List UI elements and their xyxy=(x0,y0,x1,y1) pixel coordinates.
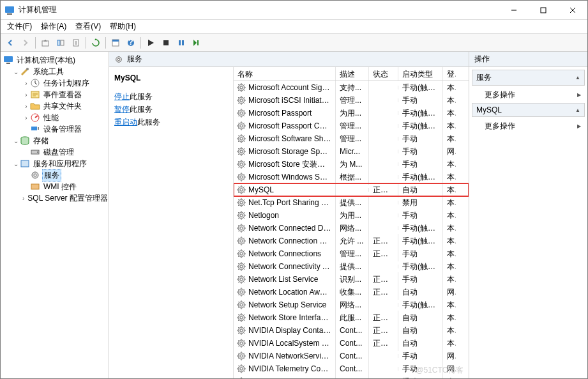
service-status: 正在... xyxy=(369,183,398,197)
svg-rect-1 xyxy=(7,13,12,15)
properties-icon[interactable] xyxy=(109,36,123,50)
col-logon[interactable]: 登 xyxy=(443,67,456,81)
export-icon[interactable] xyxy=(69,36,83,50)
expand-icon[interactable]: › xyxy=(22,114,30,121)
service-row[interactable]: Network List Service识别...正在...手动本 xyxy=(234,273,469,286)
service-icon xyxy=(236,108,246,118)
service-row[interactable]: Microsoft Store 安装服务为 M...手动本 xyxy=(234,158,469,171)
expand-icon[interactable]: › xyxy=(22,103,30,110)
clock-icon xyxy=(30,78,40,88)
tree-systools[interactable]: ⌄ 系统工具 xyxy=(1,66,109,77)
svg-point-37 xyxy=(240,86,243,89)
close-button[interactable] xyxy=(558,1,587,20)
menu-action[interactable]: 操作(A) xyxy=(37,20,70,33)
help-icon[interactable]: ? xyxy=(124,36,138,50)
expand-icon[interactable]: › xyxy=(22,91,30,98)
service-row[interactable]: Microsoft Passport为用...手动(触发...本 xyxy=(234,107,469,120)
svg-rect-32 xyxy=(31,184,39,189)
stop-service-icon[interactable] xyxy=(159,36,173,50)
actions-section-services[interactable]: 服务 ▲ xyxy=(472,70,585,86)
svg-point-35 xyxy=(117,58,120,61)
actions-more-services[interactable]: 更多操作 ▶ xyxy=(472,87,585,103)
list-rows[interactable]: Microsoft Account Sign-in...支持...手动(触发..… xyxy=(234,81,469,378)
stop-link[interactable]: 停止 xyxy=(114,92,130,101)
col-start[interactable]: 启动类型 xyxy=(398,67,443,81)
svg-rect-16 xyxy=(182,40,184,45)
pause-link[interactable]: 暂停 xyxy=(114,105,130,114)
tree-scheduler[interactable]: › 任务计划程序 xyxy=(1,77,109,89)
svg-rect-29 xyxy=(21,160,29,167)
menu-help[interactable]: 帮助(H) xyxy=(106,20,140,33)
service-row[interactable]: Net.Tcp Port Sharing Ser...提供...禁用本 xyxy=(234,196,469,209)
tree-perf[interactable]: › 性能 xyxy=(1,112,109,123)
tree-storage[interactable]: ⌄ 存储 xyxy=(1,135,109,146)
tree-eventviewer[interactable]: › 事件查看器 xyxy=(1,89,109,100)
service-name: Net.Tcp Port Sharing Ser... xyxy=(248,198,331,207)
service-icon xyxy=(236,95,246,105)
col-desc[interactable]: 描述 xyxy=(336,67,369,81)
collapse-icon[interactable]: ⌄ xyxy=(12,68,20,75)
service-row[interactable]: Network Setup Service网络...手动(触发...本 xyxy=(234,298,469,311)
service-row[interactable]: Microsoft Passport Cont...管理...手动(触发...本 xyxy=(234,120,469,132)
separator xyxy=(105,37,106,49)
service-row[interactable]: Microsoft Windows SMS ...根据...手动(触发...本 xyxy=(234,171,469,183)
service-row[interactable]: Office 64 Source EngineSave...手动本 xyxy=(234,375,469,378)
service-row[interactable]: Network Store Interface ...此服...正在...自动本 xyxy=(234,311,469,324)
forward-button[interactable] xyxy=(19,36,33,50)
service-desc: 此服... xyxy=(336,311,369,325)
svg-rect-8 xyxy=(61,40,64,45)
service-row[interactable]: Network Connectivity Ass...提供...手动(触发...… xyxy=(234,260,469,273)
refresh-icon[interactable] xyxy=(89,36,103,50)
service-row[interactable]: NVIDIA NetworkService ...Cont...手动网 xyxy=(234,350,469,362)
service-name: Netlogon xyxy=(248,211,279,220)
collapse-icon[interactable]: ⌄ xyxy=(12,137,20,144)
tree-servicesapps[interactable]: ⌄ 服务和应用程序 xyxy=(1,158,109,169)
service-name: Microsoft Passport Cont... xyxy=(248,121,331,130)
tree-sqlconfig[interactable]: › SQL Server 配置管理器 xyxy=(1,192,109,204)
service-icon xyxy=(236,364,246,374)
maximize-button[interactable] xyxy=(529,1,558,20)
service-row[interactable]: Microsoft Software Shad...管理...手动本 xyxy=(234,132,469,145)
pause-service-icon[interactable] xyxy=(174,36,188,50)
service-status xyxy=(369,201,398,205)
back-button[interactable] xyxy=(3,36,17,50)
menu-view[interactable]: 查看(V) xyxy=(72,20,105,33)
actions-section-mysql[interactable]: MySQL ▲ xyxy=(472,103,585,117)
service-desc: Cont... xyxy=(336,350,369,362)
minimize-button[interactable] xyxy=(499,1,529,20)
show-hide-tree-icon[interactable] xyxy=(54,36,68,50)
service-row[interactable]: Microsoft Storage Space...Micr...手动网 xyxy=(234,145,469,158)
service-row[interactable]: Netlogon为用...手动本 xyxy=(234,209,469,222)
actions-more-mysql[interactable]: 更多操作 ▶ xyxy=(472,118,585,134)
tree-root[interactable]: 计算机管理(本地) xyxy=(1,54,109,66)
service-row[interactable]: NVIDIA LocalSystem Con...Cont...正在...自动本 xyxy=(234,337,469,350)
start-service-icon[interactable] xyxy=(144,36,158,50)
service-name: Network List Service xyxy=(248,275,318,284)
service-row[interactable]: Microsoft iSCSI Initiator ...管理...手动本 xyxy=(234,94,469,107)
tree-sharedfolders[interactable]: › 共享文件夹 xyxy=(1,100,109,112)
service-row[interactable]: Microsoft Account Sign-in...支持...手动(触发..… xyxy=(234,81,469,94)
up-icon[interactable] xyxy=(38,36,52,50)
col-name[interactable]: 名称 xyxy=(234,67,336,81)
tree-diskmgmt[interactable]: 磁盘管理 xyxy=(1,146,109,158)
restart-link[interactable]: 重启动 xyxy=(114,118,137,127)
tree-pane[interactable]: 计算机管理(本地) ⌄ 系统工具 › 任务计划程序 › 事件查看器 › 共享文件… xyxy=(1,52,109,378)
tree-services[interactable]: 服务 xyxy=(1,169,109,181)
service-row[interactable]: Network Connection Bro...允许 ...正在...手动(触… xyxy=(234,235,469,247)
restart-service-icon[interactable] xyxy=(190,36,204,50)
service-row[interactable]: MySQL正在...自动本 xyxy=(234,183,469,196)
service-row[interactable]: NVIDIA Display Containe...Cont...正在...自动… xyxy=(234,324,469,337)
service-row[interactable]: Network Connected Devi...网络...手动(触发...本 xyxy=(234,222,469,235)
service-name: Network Connections xyxy=(248,249,321,258)
collapse-icon[interactable]: ⌄ xyxy=(12,160,20,167)
service-row[interactable]: Network Connections管理...正在...手动本 xyxy=(234,247,469,260)
menu-file[interactable]: 文件(F) xyxy=(3,20,36,33)
tree-devmgr[interactable]: 设备管理器 xyxy=(1,123,109,135)
service-row[interactable]: NVIDIA Telemetry Contai...Cont...手动网 xyxy=(234,362,469,375)
col-status[interactable]: 状态 xyxy=(369,67,398,81)
expand-icon[interactable]: › xyxy=(22,195,24,202)
tree-wmi[interactable]: WMI 控件 xyxy=(1,181,109,192)
service-status xyxy=(369,213,398,217)
expand-icon[interactable]: › xyxy=(22,80,30,87)
service-row[interactable]: Network Location Aware...收集...正在...自动网 xyxy=(234,286,469,298)
